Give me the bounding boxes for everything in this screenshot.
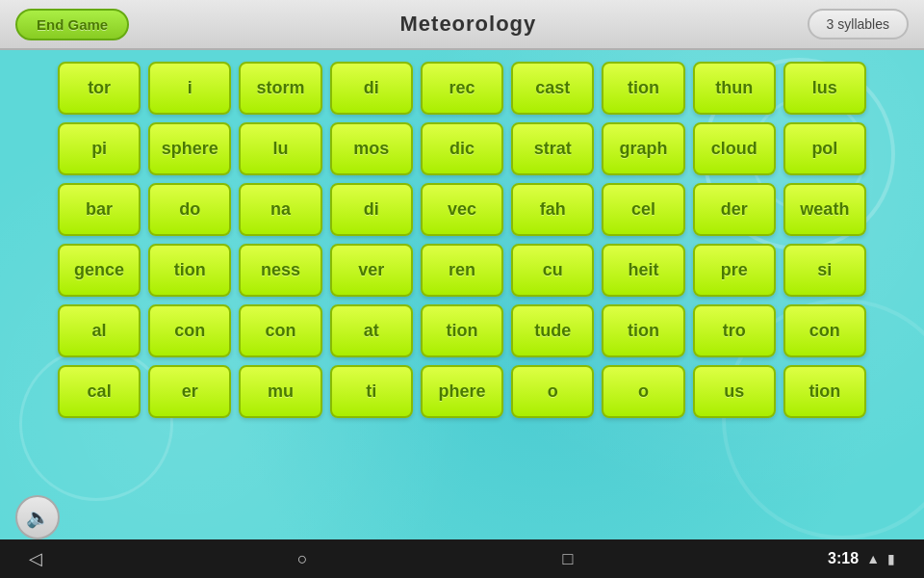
tile-5-8[interactable]: tion <box>783 365 866 418</box>
tile-4-1[interactable]: con <box>148 304 231 357</box>
tile-0-6[interactable]: tion <box>602 62 684 115</box>
tile-5-6[interactable]: o <box>602 365 684 418</box>
tile-0-2[interactable]: storm <box>239 62 321 115</box>
tile-2-0[interactable]: bar <box>58 183 141 236</box>
tile-4-8[interactable]: con <box>783 304 866 357</box>
tile-4-7[interactable]: tro <box>693 304 776 357</box>
tile-1-6[interactable]: graph <box>602 122 684 175</box>
tile-4-2[interactable]: con <box>239 304 321 357</box>
tile-3-1[interactable]: tion <box>148 244 231 297</box>
tile-5-2[interactable]: mu <box>239 365 321 418</box>
tile-4-3[interactable]: at <box>330 304 413 357</box>
back-button[interactable]: ◁ <box>29 548 42 569</box>
tile-3-6[interactable]: heit <box>602 244 684 297</box>
tile-3-3[interactable]: ver <box>330 244 413 297</box>
tile-row-1: pispherelumosdicstratgraphcloudpol <box>58 122 866 175</box>
tile-0-0[interactable]: tor <box>58 62 141 115</box>
tile-2-4[interactable]: vec <box>421 183 503 236</box>
tile-2-8[interactable]: weath <box>783 183 866 236</box>
tile-1-7[interactable]: cloud <box>693 122 776 175</box>
tile-5-3[interactable]: ti <box>330 365 413 418</box>
tile-row-2: bardonadivecfahcelderweath <box>58 183 866 236</box>
home-button[interactable]: ○ <box>297 549 308 569</box>
tile-3-4[interactable]: ren <box>421 244 503 297</box>
speaker-button[interactable]: 🔈 <box>15 495 60 539</box>
tile-2-7[interactable]: der <box>693 183 776 236</box>
end-game-button[interactable]: End Game <box>15 9 129 40</box>
bottom-bar: 🔈 <box>15 495 60 539</box>
tile-0-8[interactable]: lus <box>783 62 866 115</box>
tile-row-3: gencetionnessverrencuheitpresi <box>58 244 866 297</box>
tile-1-1[interactable]: sphere <box>148 122 231 175</box>
tile-0-5[interactable]: cast <box>511 62 594 115</box>
tile-4-0[interactable]: al <box>58 304 141 357</box>
tile-5-5[interactable]: o <box>511 365 594 418</box>
tile-0-4[interactable]: rec <box>421 62 503 115</box>
tile-1-3[interactable]: mos <box>330 122 413 175</box>
tile-5-0[interactable]: cal <box>58 365 141 418</box>
tile-3-0[interactable]: gence <box>58 244 141 297</box>
tile-row-4: alconconattiontudetiontrocon <box>58 304 866 357</box>
tile-0-3[interactable]: di <box>330 62 413 115</box>
tile-1-0[interactable]: pi <box>58 122 141 175</box>
tile-2-2[interactable]: na <box>239 183 321 236</box>
tile-5-1[interactable]: er <box>148 365 231 418</box>
tile-0-7[interactable]: thun <box>693 62 776 115</box>
tile-4-5[interactable]: tude <box>511 304 594 357</box>
header: End Game Meteorology 3 syllables <box>0 0 924 50</box>
battery-icon: ▮ <box>887 551 895 566</box>
tile-1-5[interactable]: strat <box>511 122 594 175</box>
syllables-badge: 3 syllables <box>808 9 909 39</box>
tile-2-5[interactable]: fah <box>511 183 594 236</box>
tile-3-2[interactable]: ness <box>239 244 321 297</box>
tile-3-8[interactable]: si <box>783 244 866 297</box>
speaker-icon: 🔈 <box>26 506 50 529</box>
tile-4-4[interactable]: tion <box>421 304 503 357</box>
tile-4-6[interactable]: tion <box>602 304 684 357</box>
wifi-icon: ▲ <box>866 551 880 566</box>
page-title: Meteorology <box>400 12 537 37</box>
tile-row-0: toristormdireccasttionthunlus <box>58 62 866 115</box>
tile-5-4[interactable]: phere <box>421 365 503 418</box>
recent-button[interactable]: □ <box>562 549 573 569</box>
tile-row-5: calermutiphereooustion <box>58 365 866 418</box>
tile-2-1[interactable]: do <box>148 183 231 236</box>
tile-0-1[interactable]: i <box>148 62 231 115</box>
tile-2-3[interactable]: di <box>330 183 413 236</box>
nav-right: 3:18 ▲ ▮ <box>828 550 895 567</box>
tile-3-7[interactable]: pre <box>693 244 776 297</box>
tile-1-4[interactable]: dic <box>421 122 503 175</box>
tile-1-2[interactable]: lu <box>239 122 321 175</box>
time-display: 3:18 <box>828 550 859 567</box>
tile-2-6[interactable]: cel <box>602 183 684 236</box>
tile-1-8[interactable]: pol <box>783 122 866 175</box>
nav-bar: ◁ ○ □ 3:18 ▲ ▮ <box>0 539 924 578</box>
tile-5-7[interactable]: us <box>693 365 776 418</box>
tile-grid: toristormdireccasttionthunluspispherelum… <box>0 50 924 430</box>
tile-3-5[interactable]: cu <box>511 244 594 297</box>
